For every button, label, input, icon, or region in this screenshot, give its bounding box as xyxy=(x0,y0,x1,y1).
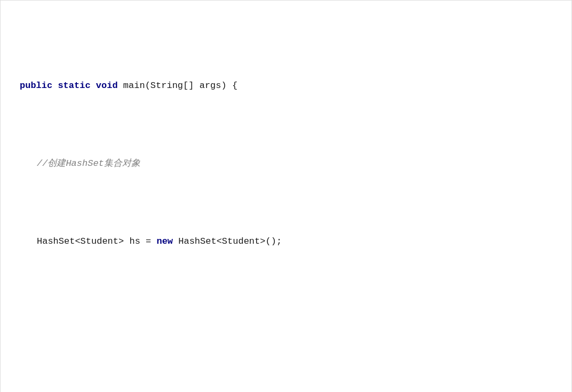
line-blank-1 xyxy=(20,311,552,327)
code-block: public static void main(String[] args) {… xyxy=(20,15,552,392)
line-hashset-decl: HashSet<Student> hs = new HashSet<Studen… xyxy=(20,234,552,249)
kw-void: void xyxy=(96,81,118,91)
line-1: public static void main(String[] args) { xyxy=(20,78,552,93)
kw-public: public xyxy=(20,81,52,91)
line-comment-student: //创建学生对象 xyxy=(20,390,552,392)
kw-static: static xyxy=(58,81,90,91)
kw-new-hashset: new xyxy=(156,236,173,246)
code-container: public static void main(String[] args) {… xyxy=(0,0,572,392)
comment-create-hashset: //创建HashSet集合对象 xyxy=(37,158,140,169)
line-comment-hashset: //创建HashSet集合对象 xyxy=(20,156,552,171)
